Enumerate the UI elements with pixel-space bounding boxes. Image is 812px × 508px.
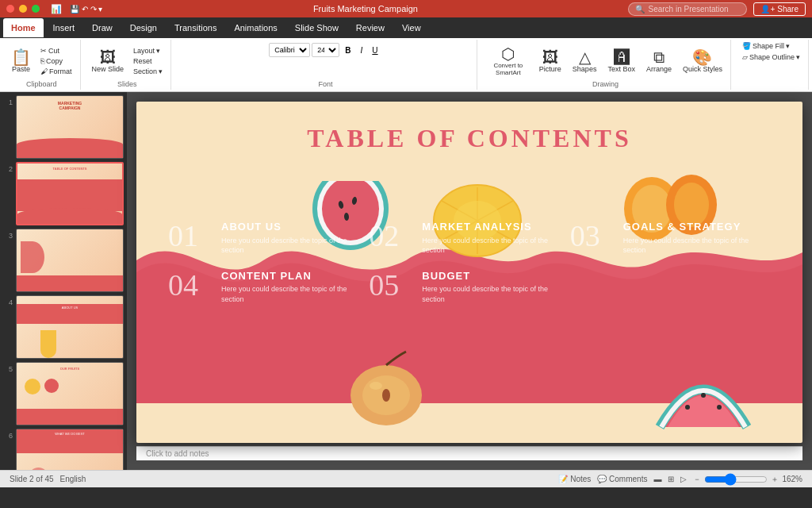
toc-number-5: 05 (369, 270, 412, 300)
tab-animations[interactable]: Animations (226, 18, 285, 37)
tab-home[interactable]: Home (3, 18, 44, 37)
toc-title-3: GOALS & STRATEGY (623, 221, 771, 233)
paste-icon: 📋 (11, 49, 31, 65)
slide-panel[interactable]: 1 MARKETINGCAMPAIGN 2 TABLE OF CONTENTS … (0, 92, 127, 470)
layout-button[interactable]: Layout ▾ (130, 46, 166, 56)
toc-desc-3: Here you could describe the topic of the… (623, 236, 771, 256)
title-bar: 📊 💾 ↶ ↷ ▾ Fruits Marketing Campaign 🔍 Se… (0, 0, 812, 17)
slide-thumb-3[interactable]: 3 (3, 229, 124, 292)
cut-icon: ✂ (40, 47, 47, 55)
zoom-in-icon[interactable]: ＋ (771, 474, 779, 485)
paste-label: Paste (12, 65, 30, 73)
italic-button[interactable]: I (357, 44, 367, 56)
textbox-icon: 🅰 (614, 49, 630, 65)
paste-button[interactable]: 📋 Paste (8, 48, 34, 75)
slide-image-3 (16, 229, 124, 292)
toc-number-2: 02 (369, 221, 412, 251)
shape-fill-label: Shape Fill (753, 42, 784, 50)
copy-button[interactable]: ⎘ Copy (37, 56, 75, 66)
textbox-button[interactable]: 🅰 Text Box (604, 48, 638, 75)
toc-content-3: GOALS & STRATEGY Here you could describe… (623, 221, 771, 256)
view-slide-sorter-icon[interactable]: ⊞ (668, 475, 674, 483)
comments-button[interactable]: 💬 Comments (597, 475, 647, 483)
notes-button[interactable]: 📝 Notes (558, 475, 591, 483)
picture-label: Picture (539, 65, 561, 73)
format-button[interactable]: 🖌 Format (37, 67, 75, 76)
tab-bar: Home Insert Draw Design Transitions Anim… (0, 17, 812, 38)
content-area: TABLE OF CONTENTS (127, 92, 812, 470)
font-group: Calibri 24 B I U Font (174, 40, 477, 90)
toc-desc-4: Here you could describe the topic of the… (221, 284, 369, 304)
search-bar[interactable]: 🔍 Search in Presentation (628, 2, 747, 16)
slide-num-4: 4 (3, 298, 13, 306)
arrange-button[interactable]: ⧉ Arrange (643, 48, 675, 75)
shapes-icon: △ (579, 49, 591, 65)
slide-num-6: 6 (3, 432, 13, 440)
underline-button[interactable]: U (368, 44, 381, 56)
view-reading-icon[interactable]: ▷ (680, 475, 687, 483)
format-label: Format (49, 67, 72, 75)
convert-smartart-button[interactable]: ⬡ Convert to SmartArt (485, 44, 531, 78)
toc-item-2: 02 MARKET ANALYSIS Here you could descri… (369, 221, 569, 256)
zoom-control[interactable]: － ＋ 162% (693, 474, 802, 485)
tab-design[interactable]: Design (122, 18, 165, 37)
slide-thumb-5[interactable]: 5 OUR FRUITS (3, 362, 124, 425)
close-btn[interactable] (6, 5, 14, 13)
zoom-out-icon[interactable]: － (693, 474, 701, 485)
tab-draw[interactable]: Draw (84, 18, 121, 37)
shape-fill-icon: 🪣 (742, 42, 751, 50)
slide-image-6: WHAT WE DO BEST (16, 429, 124, 470)
maximize-btn[interactable] (32, 5, 40, 13)
tab-review[interactable]: Review (348, 18, 393, 37)
view-normal-icon[interactable]: ▬ (653, 475, 661, 483)
toc-number-4: 04 (168, 270, 212, 300)
bold-button[interactable]: B (341, 44, 354, 56)
slide-canvas[interactable]: TABLE OF CONTENTS (136, 102, 802, 443)
shape-outline-button[interactable]: ▱ Shape Outline ▾ (739, 52, 803, 62)
cut-button[interactable]: ✂ Cut (37, 46, 75, 56)
toc-title-2: MARKET ANALYSIS (422, 221, 569, 233)
toc-title-5: BUDGET (422, 270, 569, 283)
toc-item-4: 04 CONTENT PLAN Here you could describe … (168, 270, 369, 305)
ribbon: 📋 Paste ✂ Cut ⎘ Copy 🖌 Format Clipboard (0, 38, 812, 92)
slide-title: TABLE OF CONTENTS (307, 124, 631, 153)
quick-styles-icon: 🎨 (692, 49, 712, 65)
tab-slideshow[interactable]: Slide Show (287, 18, 347, 37)
notes-bar[interactable]: Click to add notes (136, 446, 802, 460)
format-icon: 🖌 (40, 67, 48, 75)
tab-view[interactable]: View (394, 18, 429, 37)
new-slide-button[interactable]: 🖼 New Slide (89, 48, 128, 75)
slide-thumb-6[interactable]: 6 WHAT WE DO BEST (3, 429, 124, 470)
copy-label: Copy (46, 57, 63, 65)
shape-fill-button[interactable]: 🪣 Shape Fill ▾ (739, 41, 803, 51)
font-select[interactable]: Calibri (269, 43, 310, 57)
slides-small-btns: Layout ▾ Reset Section ▾ (130, 46, 166, 76)
shape-outline-label: Shape Outline (749, 53, 795, 61)
cut-label: Cut (48, 47, 59, 55)
minimize-btn[interactable] (19, 5, 27, 13)
toc-content-5: BUDGET Here you could describe the topic… (422, 270, 569, 305)
arrange-label: Arrange (646, 65, 672, 73)
toc-number-3: 03 (570, 221, 614, 251)
picture-icon: 🖼 (542, 49, 558, 65)
slide-thumb-2[interactable]: 2 TABLE OF CONTENTS (3, 162, 124, 225)
share-button[interactable]: 👤+ Share (753, 2, 806, 16)
share-label: Share (777, 5, 799, 13)
tab-transitions[interactable]: Transitions (167, 18, 224, 37)
toc-number-1: 01 (168, 221, 212, 251)
tab-insert[interactable]: Insert (45, 18, 83, 37)
slide-thumb-1[interactable]: 1 MARKETINGCAMPAIGN (3, 95, 124, 159)
section-button[interactable]: Section ▾ (130, 67, 166, 76)
zoom-slider[interactable] (704, 475, 768, 483)
picture-button[interactable]: 🖼 Picture (536, 48, 565, 75)
toc-row-1: 01 ABOUT US Here you could describe the … (136, 201, 802, 262)
font-size-select[interactable]: 24 (312, 43, 339, 57)
clipboard-group: 📋 Paste ✂ Cut ⎘ Copy 🖌 Format Clipboard (3, 40, 81, 90)
share-icon: 👤+ (760, 5, 775, 13)
quick-styles-button[interactable]: 🎨 Quick Styles (680, 48, 726, 75)
slide-thumb-4[interactable]: 4 ABOUT US (3, 295, 124, 359)
app-icon: 📊 (51, 4, 62, 14)
reset-button[interactable]: Reset (130, 56, 166, 66)
shapes-button[interactable]: △ Shapes (569, 48, 600, 75)
reset-label: Reset (133, 57, 152, 65)
